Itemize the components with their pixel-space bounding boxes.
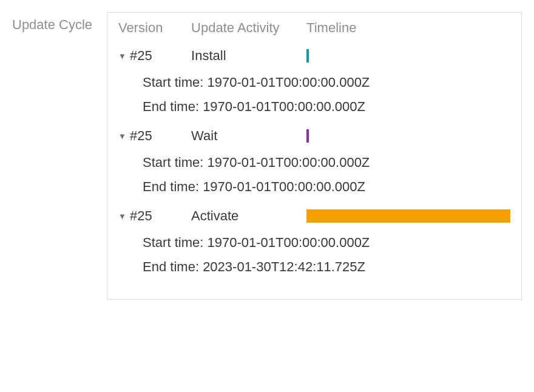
version-text: #25: [130, 128, 152, 144]
version-text: #25: [130, 208, 152, 224]
activity-cell: Install: [191, 48, 306, 64]
start-time-line: Start time: 1970-01-01T00:00:00.000Z: [143, 75, 510, 90]
table-headers: Version Update Activity Timeline: [118, 20, 510, 36]
row-details: Start time: 1970-01-01T00:00:00.000ZEnd …: [118, 155, 510, 195]
activity-cell: Wait: [191, 128, 306, 144]
header-timeline: Timeline: [306, 20, 510, 36]
timeline-cell: [306, 209, 510, 223]
header-activity: Update Activity: [191, 20, 306, 36]
end-time-line: End time: 1970-01-01T00:00:00.000Z: [143, 99, 510, 115]
header-version: Version: [118, 20, 191, 36]
version-cell: ▼#25: [118, 48, 191, 64]
row-details: Start time: 1970-01-01T00:00:00.000ZEnd …: [118, 235, 510, 275]
table-row[interactable]: ▼#25Activate: [118, 208, 510, 224]
timeline-bar: [306, 49, 309, 63]
start-time-label: Start time:: [143, 235, 207, 250]
end-time-label: End time:: [143, 179, 203, 194]
timeline-cell: [306, 49, 510, 63]
start-time-line: Start time: 1970-01-01T00:00:00.000Z: [143, 235, 510, 251]
update-cycle-panel: Version Update Activity Timeline ▼#25Ins…: [107, 12, 522, 300]
end-time-label: End time:: [143, 259, 203, 274]
version-cell: ▼#25: [118, 208, 191, 224]
activity-cell: Activate: [191, 208, 306, 224]
version-cell: ▼#25: [118, 128, 191, 144]
end-time-line: End time: 1970-01-01T00:00:00.000Z: [143, 179, 510, 195]
start-time-label: Start time:: [143, 75, 207, 90]
start-time-line: Start time: 1970-01-01T00:00:00.000Z: [143, 155, 510, 171]
start-time-value: 1970-01-01T00:00:00.000Z: [207, 75, 370, 90]
start-time-value: 1970-01-01T00:00:00.000Z: [207, 235, 370, 250]
table-row[interactable]: ▼#25Wait: [118, 128, 510, 144]
end-time-value: 1970-01-01T00:00:00.000Z: [203, 179, 365, 194]
row-details: Start time: 1970-01-01T00:00:00.000ZEnd …: [118, 75, 510, 115]
caret-down-icon[interactable]: ▼: [118, 132, 126, 141]
timeline-cell: [306, 129, 510, 143]
caret-down-icon[interactable]: ▼: [118, 212, 126, 221]
start-time-value: 1970-01-01T00:00:00.000Z: [207, 155, 370, 170]
section-label: Update Cycle: [12, 12, 92, 33]
end-time-value: 2023-01-30T12:42:11.725Z: [203, 259, 365, 274]
end-time-value: 1970-01-01T00:00:00.000Z: [203, 99, 365, 114]
table-row[interactable]: ▼#25Install: [118, 48, 510, 64]
timeline-bar: [306, 129, 309, 143]
caret-down-icon[interactable]: ▼: [118, 52, 126, 61]
timeline-bar: [306, 209, 510, 223]
end-time-line: End time: 2023-01-30T12:42:11.725Z: [143, 259, 510, 275]
start-time-label: Start time:: [143, 155, 207, 170]
version-text: #25: [130, 48, 152, 64]
end-time-label: End time:: [143, 99, 203, 114]
